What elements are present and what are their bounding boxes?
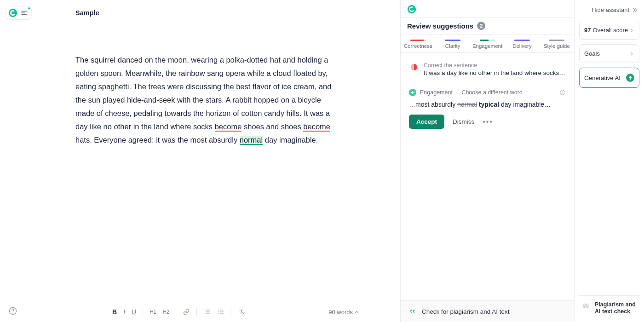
diff-pre: …most absurdly xyxy=(409,101,457,108)
tab-delivery[interactable]: Delivery xyxy=(505,35,539,52)
correctness-dot-icon xyxy=(409,62,419,72)
suggestion-label: Correct the sentence xyxy=(424,62,565,69)
suggestion-list: Correct the sentence It was a day like n… xyxy=(401,53,574,135)
suggestion-hint: Choose a different word xyxy=(461,89,523,96)
engagement-dot-icon xyxy=(409,89,416,96)
h2-button[interactable]: H2 xyxy=(162,309,169,315)
chevron-right-icon xyxy=(629,28,634,33)
overall-score-card[interactable]: 97 Overall score xyxy=(579,21,639,40)
numbered-list-button[interactable]: 123 xyxy=(203,308,211,316)
left-rail xyxy=(0,0,37,322)
suggestion-category: Engagement xyxy=(420,89,453,96)
lightbulb-icon xyxy=(626,74,634,82)
svg-point-16 xyxy=(218,311,219,312)
suggestions-header xyxy=(401,0,574,17)
generative-ai-label: Generative AI xyxy=(584,75,621,81)
info-icon[interactable] xyxy=(559,89,566,96)
tab-clarity[interactable]: Clarity xyxy=(435,35,470,52)
tab-label: Correctness xyxy=(404,43,432,49)
suggestion-tabs: Correctness Clarity Engagement Delivery … xyxy=(401,34,574,53)
correctness-underline[interactable]: become xyxy=(303,122,330,132)
plagiarism-line1: Plagiarism and xyxy=(595,301,636,309)
svg-rect-20 xyxy=(412,91,413,94)
quote-outline-icon xyxy=(581,301,590,316)
text-segment[interactable]: day imaginable. xyxy=(263,136,318,144)
plagiarism-check-footer[interactable]: Check for plagiarism and AI text xyxy=(401,300,574,322)
suggestion-diff: …most absurdly normal typical day imagin… xyxy=(407,100,568,113)
tab-engagement[interactable]: Engagement xyxy=(470,35,505,52)
svg-point-5 xyxy=(13,312,14,313)
chevron-right-icon xyxy=(629,51,634,57)
tab-label: Clarity xyxy=(445,43,460,49)
suggestions-panel: Review suggestions 2 Correctness Clarity… xyxy=(400,0,574,322)
logo-cluster[interactable] xyxy=(6,6,31,19)
review-title: Review suggestions xyxy=(407,22,473,30)
word-count[interactable]: 90 words xyxy=(328,309,359,316)
dismiss-button[interactable]: Dismiss xyxy=(453,118,474,125)
editor-footer: B I U H1 H2 123 xyxy=(37,302,400,322)
tab-correctness[interactable]: Correctness xyxy=(401,35,435,52)
bold-button[interactable]: B xyxy=(112,308,117,316)
clear-format-button[interactable] xyxy=(238,308,245,316)
text-segment[interactable]: shoes and shoes xyxy=(242,122,303,131)
help-button[interactable] xyxy=(8,306,17,316)
suggestion-card-engagement-header[interactable]: Engagement · Choose a different word xyxy=(407,82,568,100)
review-title-row: Review suggestions 2 xyxy=(401,18,574,34)
plagiarism-line2: AI text check xyxy=(595,308,636,316)
correctness-underline[interactable]: become xyxy=(215,122,242,132)
accept-button[interactable]: Accept xyxy=(409,115,444,129)
quote-icon xyxy=(408,307,416,316)
format-toolbar: B I U H1 H2 123 xyxy=(112,308,245,316)
diff-new: typical xyxy=(479,101,499,108)
goals-card[interactable]: Goals xyxy=(579,44,639,63)
grammarly-logo-icon xyxy=(8,8,17,17)
sidebar-toggle-icon xyxy=(20,9,29,17)
plagiarism-card[interactable]: Plagiarism and AI text check xyxy=(579,295,639,317)
goals-label: Goals xyxy=(584,50,600,57)
diff-old: normal xyxy=(457,101,477,108)
tab-label: Delivery xyxy=(512,43,532,49)
text-segment[interactable]: The squirrel danced on the moon, wearing… xyxy=(75,56,331,131)
tab-label: Engagement xyxy=(472,43,502,49)
italic-button[interactable]: I xyxy=(123,308,125,316)
engagement-highlight[interactable]: normal xyxy=(240,136,263,145)
plagiarism-footer-label: Check for plagiarism and AI text xyxy=(422,308,510,315)
bullet-list-button[interactable] xyxy=(217,308,224,316)
editor-column: Sample The squirrel danced on the moon, … xyxy=(37,0,400,322)
suggestion-actions: Accept Dismiss ••• xyxy=(407,113,568,131)
more-options-icon[interactable]: ••• xyxy=(483,118,493,126)
diff-post: day imaginable… xyxy=(499,101,551,108)
score-label: Overall score xyxy=(592,27,628,34)
tab-label: Style guide xyxy=(544,43,570,49)
document-body[interactable]: The squirrel danced on the moon, wearing… xyxy=(75,53,333,147)
text-segment[interactable]: hats. Everyone agreed: it was the most a… xyxy=(75,136,240,144)
svg-text:3: 3 xyxy=(204,312,206,315)
document-title[interactable]: Sample xyxy=(75,9,359,17)
assistant-rail: Hide assistant 97 Overall score Goals Ge… xyxy=(574,0,644,322)
svg-point-15 xyxy=(218,310,219,310)
caret-up-icon xyxy=(355,310,359,314)
generative-ai-card[interactable]: Generative AI xyxy=(579,68,639,88)
grammarly-logo-icon xyxy=(407,5,416,14)
hide-assistant-label: Hide assistant xyxy=(592,6,629,13)
link-button[interactable] xyxy=(183,308,190,316)
underline-button[interactable]: U xyxy=(132,308,136,316)
word-count-label: 90 words xyxy=(328,309,353,316)
chevron-double-right-icon xyxy=(631,7,638,13)
hide-assistant-button[interactable]: Hide assistant xyxy=(579,5,639,16)
tab-style-guide[interactable]: Style guide xyxy=(540,35,574,52)
score-number: 97 xyxy=(584,27,591,34)
h1-button[interactable]: H1 xyxy=(150,309,156,315)
svg-point-17 xyxy=(218,313,219,314)
suggestion-card-correctness[interactable]: Correct the sentence It was a day like n… xyxy=(407,58,568,82)
svg-point-23 xyxy=(562,91,563,92)
suggestion-preview: It was a day like no other in the land w… xyxy=(424,69,565,76)
suggestion-count-badge: 2 xyxy=(477,22,485,30)
